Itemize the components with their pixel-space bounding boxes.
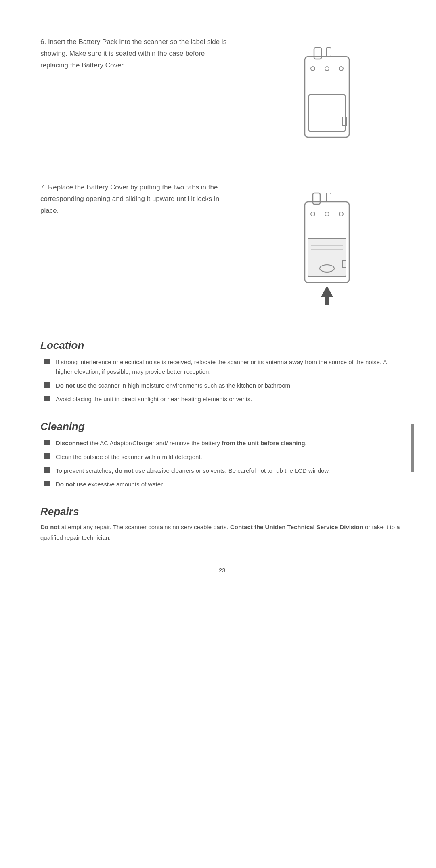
svg-rect-13 (313, 193, 320, 204)
location-bullet-1-text: If strong interference or electrical noi… (56, 357, 404, 377)
location-title: Location (40, 339, 404, 352)
page: 6. Insert the Battery Pack into the scan… (0, 0, 436, 868)
bullet-icon-2 (44, 382, 50, 388)
repairs-section: Repairs Do not attempt any repair. The s… (40, 505, 404, 543)
svg-rect-2 (326, 48, 331, 57)
svg-rect-1 (314, 48, 321, 59)
cleaning-bullet-list: Disconnect the AC Adaptor/Charger and/ r… (40, 438, 404, 489)
location-bullet-2: Do not use the scanner in high-moisture … (44, 381, 404, 390)
cleaning-bullet-3: To prevent scratches, do not use abrasiv… (44, 466, 404, 476)
step-7-text: 7. Replace the Battery Cover by putting … (40, 178, 234, 217)
svg-rect-14 (326, 193, 331, 202)
step-6-text: 6. Insert the Battery Pack into the scan… (40, 32, 234, 71)
cleaning-title: Cleaning (40, 420, 404, 433)
svg-point-15 (311, 212, 315, 216)
svg-point-4 (325, 67, 329, 71)
step-7-image (234, 178, 404, 315)
location-section: Location If strong interference or elect… (40, 339, 404, 404)
bullet-icon-4 (44, 440, 50, 445)
repairs-title: Repairs (40, 505, 404, 518)
svg-point-16 (325, 212, 329, 216)
cleaning-section: Cleaning Disconnect the AC Adaptor/Charg… (40, 420, 404, 489)
location-bullet-list: If strong interference or electrical noi… (40, 357, 404, 404)
location-bullet-2-text: Do not use the scanner in high-moisture … (56, 381, 292, 390)
bullet-icon-3 (44, 396, 50, 401)
svg-marker-23 (321, 286, 333, 305)
bullet-icon-6 (44, 467, 50, 473)
scanner-illustration-2 (283, 178, 363, 315)
location-bullet-1: If strong interference or electrical noi… (44, 357, 404, 377)
location-bullet-3: Avoid placing the unit in direct sunligh… (44, 394, 404, 404)
step-6-section: 6. Insert the Battery Pack into the scan… (40, 32, 404, 153)
step-6-label: 6. Insert the Battery Pack into the scan… (40, 38, 226, 69)
scanner-illustration-1 (283, 32, 363, 153)
step-6-image (234, 32, 404, 153)
cleaning-bullet-2: Clean the outside of the scanner with a … (44, 452, 404, 462)
cleaning-bullet-3-text: To prevent scratches, do not use abrasiv… (56, 466, 330, 476)
cleaning-bullet-4: Do not use excessive amounts of water. (44, 480, 404, 489)
step-7-section: 7. Replace the Battery Cover by putting … (40, 178, 404, 315)
svg-point-3 (311, 67, 315, 71)
cleaning-bullet-2-text: Clean the outside of the scanner with a … (56, 452, 202, 462)
cleaning-bullet-4-text: Do not use excessive amounts of water. (56, 480, 164, 489)
svg-rect-11 (342, 117, 346, 125)
cleaning-bullet-1-text: Disconnect the AC Adaptor/Charger and/ r… (56, 438, 307, 448)
cleaning-bullet-1: Disconnect the AC Adaptor/Charger and/ r… (44, 438, 404, 448)
bullet-icon-7 (44, 481, 50, 486)
svg-rect-18 (308, 238, 346, 277)
svg-point-5 (339, 67, 343, 71)
step-7-label: 7. Replace the Battery Cover by putting … (40, 183, 219, 214)
location-bullet-3-text: Avoid placing the unit in direct sunligh… (56, 394, 252, 404)
page-number: 23 (40, 567, 404, 574)
svg-point-17 (339, 212, 343, 216)
bullet-icon-5 (44, 453, 50, 459)
side-bar-decoration (411, 424, 414, 472)
bullet-icon-1 (44, 359, 50, 364)
repairs-text: Do not attempt any repair. The scanner c… (40, 522, 404, 543)
